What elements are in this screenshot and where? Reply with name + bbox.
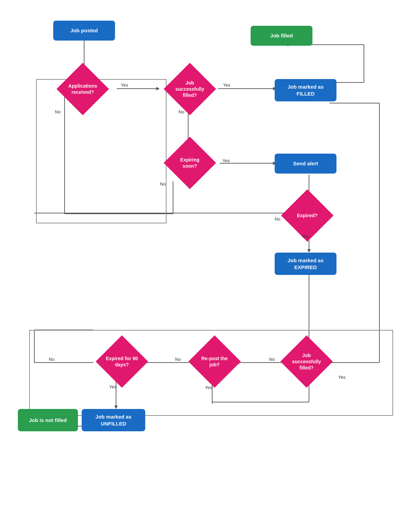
- label-expiring-no: No: [160, 181, 166, 187]
- repost-job-diamond: Re-post the job?: [183, 341, 246, 382]
- send-alert-node: Send alert: [275, 154, 336, 174]
- svg-marker-19: [307, 249, 311, 253]
- expired-90-days-diamond: Expired for 90 days?: [90, 341, 153, 382]
- job-marked-expired-node: Job marked as EXPIRED: [275, 253, 336, 275]
- label-expired-no: No: [275, 217, 281, 222]
- label-filled2-no: No: [269, 357, 275, 362]
- label-filled2-yes: Yes: [338, 375, 345, 380]
- label-app-no: No: [55, 109, 61, 114]
- job-successfully-filled2-diamond: Job successfully filled?: [275, 341, 338, 382]
- job-successfully-filled-diamond: Job successfully filled?: [158, 69, 221, 109]
- label-filled-yes: Yes: [223, 82, 230, 88]
- label-90days-yes: Yes: [109, 384, 116, 389]
- job-posted-node: Job posted: [53, 21, 115, 41]
- label-repost-yes: Yes: [205, 385, 212, 390]
- expired-diamond: Expired?: [275, 195, 339, 236]
- label-repost-no: No: [175, 357, 181, 362]
- label-90days-no: No: [49, 357, 55, 362]
- label-expired-yes: Yes: [301, 234, 309, 239]
- job-is-not-filled-node: Job is not filled: [18, 409, 78, 431]
- job-filled-state-node: Job filled: [251, 26, 312, 46]
- label-expiring-yes: Yes: [222, 158, 230, 163]
- flowchart: Job posted Job filled Job marked as FILL…: [0, 0, 412, 532]
- applications-received-diamond: Applications received?: [51, 69, 114, 109]
- label-filled-no: No: [179, 109, 184, 114]
- expiring-soon-diamond: Expiring soon?: [158, 143, 221, 183]
- job-marked-filled-node: Job marked as FILLED: [275, 79, 336, 101]
- job-marked-unfilled-node: Job marked as UNFILLED: [82, 409, 145, 431]
- label-app-yes: Yes: [121, 82, 128, 88]
